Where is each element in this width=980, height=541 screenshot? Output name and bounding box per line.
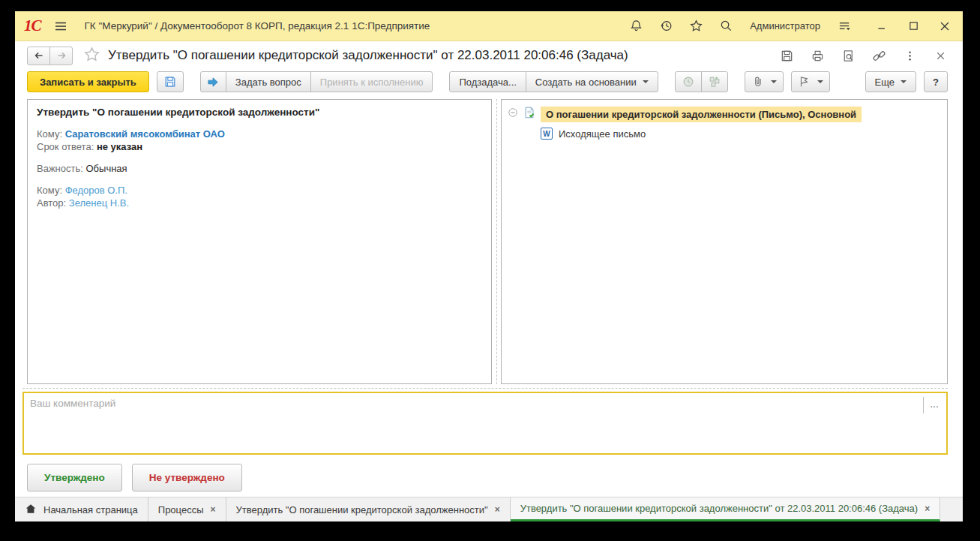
tab-label: Утвердить "О погашении кредиторской задо… xyxy=(236,504,488,515)
author-label: Автор: xyxy=(37,197,66,209)
decision-buttons: Утверждено Не утверждено xyxy=(27,464,963,491)
close-form-icon[interactable] xyxy=(933,48,948,63)
deadline-label: Срок ответа: xyxy=(37,141,94,152)
save-icon[interactable] xyxy=(779,48,794,63)
chevron-down-icon xyxy=(901,80,907,83)
app-window: 1С ГК "Меркурий" / Документооборот 8 КОР… xyxy=(15,11,963,521)
page-title: Утвердить "О погашении кредиторской задо… xyxy=(108,48,628,63)
tab-approve-document[interactable]: Утвердить "О погашении кредиторской задо… xyxy=(226,497,511,521)
print-preview-icon[interactable] xyxy=(841,48,856,63)
tab-label: Начальная страница xyxy=(43,504,138,515)
subject-tree-panel: О погашении кредиторской задолженности (… xyxy=(501,99,948,384)
tab-approve-task-active[interactable]: Утвердить "О погашении кредиторской задо… xyxy=(511,497,941,521)
print-icon[interactable] xyxy=(810,48,825,63)
open-windows-tabbar: Начальная страница Процессы × Утвердить … xyxy=(15,497,963,521)
minimize-button[interactable] xyxy=(874,19,889,34)
correspondent-link[interactable]: Саратовский мясокомбинат ОАО xyxy=(65,128,225,140)
assignee-link[interactable]: Федоров О.П. xyxy=(65,185,127,196)
tree-child-item[interactable]: W Исходящее письмо xyxy=(541,128,941,140)
home-icon xyxy=(25,503,37,517)
search-icon[interactable] xyxy=(718,19,733,34)
main-menu-icon[interactable] xyxy=(53,19,68,34)
collapse-node-icon[interactable] xyxy=(508,107,518,121)
history-icon[interactable] xyxy=(658,19,673,34)
task-timing-button[interactable] xyxy=(675,71,702,92)
close-tab-icon[interactable]: × xyxy=(495,504,500,515)
comment-input[interactable] xyxy=(24,393,921,453)
deadline-value: не указан xyxy=(97,141,142,152)
comment-divider xyxy=(923,397,924,413)
desktop-background: 1С ГК "Меркурий" / Документооборот 8 КОР… xyxy=(0,0,980,541)
word-file-icon: W xyxy=(541,128,553,140)
not-approved-button[interactable]: Не утверждено xyxy=(132,464,242,491)
tab-processes[interactable]: Процессы × xyxy=(148,497,226,521)
create-based-on-label: Создать на основании xyxy=(535,77,637,88)
assignee-label: Кому: xyxy=(37,185,62,196)
title-bar: 1С ГК "Меркурий" / Документооборот 8 КОР… xyxy=(15,11,963,41)
tree-root-item[interactable]: О погашении кредиторской задолженности (… xyxy=(541,107,862,122)
current-user[interactable]: Администратор xyxy=(750,20,820,32)
view-settings-icon[interactable] xyxy=(837,19,852,34)
tree-child-label: Исходящее письмо xyxy=(559,128,646,140)
ask-question-button[interactable]: Задать вопрос xyxy=(226,71,311,92)
add-to-favorites-star-icon[interactable] xyxy=(83,46,100,66)
more-actions-button[interactable]: Еще xyxy=(865,71,916,92)
form-header: Утвердить "О погашении кредиторской задо… xyxy=(15,41,963,68)
to-label: Кому: xyxy=(37,128,62,140)
vertical-splitter[interactable] xyxy=(492,99,501,384)
save-button[interactable] xyxy=(157,71,184,92)
attachments-button[interactable] xyxy=(745,71,784,92)
favorites-star-icon[interactable] xyxy=(688,19,703,34)
subtask-button[interactable]: Подзадача... xyxy=(449,71,526,92)
chevron-down-icon xyxy=(643,80,649,83)
maximize-button[interactable] xyxy=(906,19,921,34)
process-scheme-button[interactable] xyxy=(701,71,728,92)
save-and-close-button[interactable]: Записать и закрыть xyxy=(27,71,149,92)
forward-button[interactable] xyxy=(49,47,73,65)
more-actions-label: Еще xyxy=(875,77,895,88)
task-title: Утвердить "О погашении кредиторской задо… xyxy=(37,107,482,118)
close-tab-icon[interactable]: × xyxy=(925,503,930,514)
tab-home[interactable]: Начальная страница xyxy=(15,497,148,521)
create-based-on-button[interactable]: Создать на основании xyxy=(526,71,658,92)
chevron-down-icon xyxy=(817,80,823,83)
help-button[interactable]: ? xyxy=(924,71,948,92)
importance-value: Обычная xyxy=(85,163,127,174)
accept-execution-button[interactable]: Принять к исполнению xyxy=(310,71,433,92)
more-commands-icon[interactable] xyxy=(902,48,917,63)
flag-button[interactable] xyxy=(791,71,830,92)
horizontal-splitter[interactable] xyxy=(22,388,948,389)
comment-expand-button[interactable]: ... xyxy=(926,395,943,412)
comment-field-wrapper: ... xyxy=(22,392,948,455)
get-link-icon[interactable] xyxy=(871,48,886,63)
approved-button[interactable]: Утверждено xyxy=(27,464,122,491)
notifications-bell-icon[interactable] xyxy=(628,19,643,34)
tree-root-row[interactable]: О погашении кредиторской задолженности (… xyxy=(508,106,941,122)
chevron-down-icon xyxy=(771,80,777,83)
close-tab-icon[interactable]: × xyxy=(210,504,215,515)
close-window-button[interactable] xyxy=(937,19,952,34)
tab-label: Процессы xyxy=(158,504,204,515)
1c-logo-icon: 1С xyxy=(24,17,41,35)
importance-label: Важность: xyxy=(37,163,83,174)
author-link[interactable]: Зеленец Н.В. xyxy=(69,197,129,209)
form-toolbar: Записать и закрыть Задать вопрос Принять… xyxy=(15,68,963,95)
tab-label: Утвердить "О погашении кредиторской задо… xyxy=(520,503,918,514)
back-button[interactable] xyxy=(27,47,50,65)
content-panels: Утвердить "О погашении кредиторской задо… xyxy=(27,99,948,384)
task-details-panel: Утвердить "О погашении кредиторской задо… xyxy=(27,99,492,384)
app-title: ГК "Меркурий" / Документооборот 8 КОРП, … xyxy=(85,20,430,32)
document-approved-icon xyxy=(523,106,536,122)
redirect-button[interactable] xyxy=(200,71,226,92)
